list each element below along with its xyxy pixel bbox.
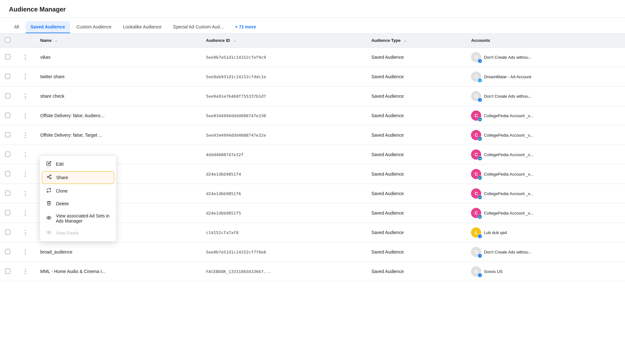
- row-audience-type: Saved Audience: [366, 87, 466, 106]
- avatar: Lf: [471, 227, 481, 238]
- row-checkbox-cell: [0, 203, 15, 223]
- tab-more[interactable]: + 71 more: [230, 21, 261, 33]
- row-audience-type: Saved Audience: [366, 125, 466, 145]
- row-menu-button[interactable]: ⋮: [20, 111, 30, 120]
- row-audience-type: Saved Audience: [366, 262, 466, 281]
- menu-item-label: Clone: [56, 188, 68, 193]
- row-audience-id: 5ee9344994ddd4088747e330: [201, 106, 366, 125]
- account-name: Don't Create Ads withou...: [484, 94, 532, 99]
- row-account: CinCollegePedia Account _v...: [466, 184, 625, 203]
- row-drag-handle[interactable]: ⋮: [15, 67, 35, 87]
- table-row: ⋮Offsite Delivery: false; Target ...5ee9…: [0, 125, 625, 145]
- row-checkbox[interactable]: [5, 93, 10, 98]
- row-drag-handle[interactable]: ⋮EditShareCloneDeleteView associated Ad …: [15, 145, 35, 164]
- platform-badge: f: [478, 254, 482, 258]
- col-header-check: [0, 34, 15, 48]
- audience-table: Name ⌄ Audience ID ⌄ Audience Type ⌄ Acc…: [0, 34, 625, 281]
- row-checkbox[interactable]: [5, 269, 10, 274]
- tab-custom[interactable]: Custom Audience: [71, 21, 117, 33]
- row-menu-button[interactable]: ⋮: [20, 53, 30, 61]
- select-all-checkbox[interactable]: [5, 37, 10, 42]
- row-menu-button[interactable]: ⋮: [20, 228, 30, 237]
- platform-badge: f: [478, 234, 482, 239]
- menu-item-edit[interactable]: Edit: [40, 158, 116, 171]
- row-checkbox[interactable]: [5, 74, 10, 79]
- row-name: vikas: [35, 48, 201, 67]
- row-drag-handle[interactable]: ⋮: [15, 262, 35, 281]
- row-checkbox[interactable]: [5, 171, 10, 176]
- table-container: Name ⌄ Audience ID ⌄ Audience Type ⌄ Acc…: [0, 34, 625, 281]
- row-checkbox[interactable]: [5, 113, 10, 118]
- page-title: Audience Manager: [9, 6, 616, 13]
- row-audience-id: d24e1dbb9851f4: [201, 164, 366, 184]
- row-drag-handle[interactable]: ⋮: [15, 87, 35, 106]
- svg-line-4: [49, 176, 50, 177]
- row-menu-button[interactable]: ⋮: [20, 72, 30, 81]
- menu-item-label: View Pixels: [56, 231, 79, 236]
- row-menu-button[interactable]: ⋮: [20, 209, 30, 217]
- row-checkbox[interactable]: [5, 152, 10, 157]
- row-drag-handle[interactable]: ⋮: [15, 223, 35, 242]
- row-name: broad_audience: [35, 242, 201, 262]
- row-account: SfSonos US: [466, 262, 625, 281]
- menu-item-clone[interactable]: Clone: [40, 185, 116, 197]
- row-audience-type: Saved Audience: [366, 106, 466, 125]
- row-audience-id: 5ee9ab931d1c14152cfddc1e: [201, 67, 366, 87]
- table-header: Name ⌄ Audience ID ⌄ Audience Type ⌄ Acc…: [0, 34, 625, 48]
- row-drag-handle[interactable]: ⋮: [15, 184, 35, 203]
- row-checkbox[interactable]: [5, 210, 10, 215]
- row-menu-button[interactable]: ⋮: [20, 189, 30, 198]
- tab-saved[interactable]: Saved Audience: [26, 21, 70, 33]
- row-drag-handle[interactable]: ⋮: [15, 106, 35, 125]
- row-menu-button[interactable]: ⋮: [20, 92, 30, 100]
- row-drag-handle[interactable]: ⋮: [15, 125, 35, 145]
- table-row: ⋮EditShareCloneDeleteView associated Ad …: [0, 145, 625, 164]
- page-header: Audience Manager: [0, 0, 625, 18]
- platform-badge: in: [478, 195, 482, 200]
- avatar: Df: [471, 52, 481, 62]
- name-sort-icon[interactable]: ⌄: [55, 39, 58, 43]
- row-account: CinCollegePedia Account _v...: [466, 164, 625, 184]
- row-checkbox[interactable]: [5, 249, 10, 254]
- account-name: Lub dub qa4: [484, 230, 507, 235]
- row-drag-handle[interactable]: ⋮: [15, 164, 35, 184]
- account-name: CollegePedia Account _v...: [484, 113, 533, 118]
- tab-lookalike[interactable]: Lookalike Audience: [118, 21, 167, 33]
- svg-point-1: [47, 176, 49, 178]
- row-account: DfDon't Create Ads withou...: [466, 87, 625, 106]
- account-name: Don't Create Ads withou...: [484, 250, 532, 254]
- row-checkbox[interactable]: [5, 191, 10, 196]
- row-account: LfLub dub qa4: [466, 223, 625, 242]
- row-account: DfDon't Create Ads withou...: [466, 242, 625, 262]
- svg-line-3: [49, 177, 50, 178]
- row-checkbox[interactable]: [5, 54, 10, 59]
- row-audience-type: Saved Audience: [366, 184, 466, 203]
- account-name: CollegePedia Account _v...: [484, 133, 533, 138]
- tab-special[interactable]: Special Ad Custom Aud...: [168, 21, 229, 33]
- menu-item-share[interactable]: Share: [42, 171, 114, 184]
- tab-all[interactable]: All: [9, 21, 24, 33]
- row-audience-id: 5ee9a91e76468f755337b1d7: [201, 87, 366, 106]
- row-menu-button[interactable]: ⋮: [20, 150, 30, 159]
- row-checkbox[interactable]: [5, 230, 10, 235]
- row-menu-button[interactable]: ⋮: [20, 131, 30, 139]
- type-sort-icon[interactable]: ⌄: [404, 39, 406, 43]
- row-menu-button[interactable]: ⋮: [20, 267, 30, 276]
- share-icon: [46, 174, 52, 181]
- menu-item-view-adsets[interactable]: View associated Ad Sets in Ads Manager: [40, 210, 116, 227]
- row-drag-handle[interactable]: ⋮: [15, 48, 35, 67]
- row-checkbox-cell: [0, 125, 15, 145]
- row-menu-button[interactable]: ⋮: [20, 248, 30, 256]
- row-drag-handle[interactable]: ⋮: [15, 203, 35, 223]
- row-checkbox[interactable]: [5, 132, 10, 137]
- row-checkbox-cell: [0, 67, 15, 87]
- row-name: MML - Home Audio & Cinema I...: [35, 262, 201, 281]
- row-menu-button[interactable]: ⋮: [20, 170, 30, 178]
- platform-badge: f: [478, 59, 482, 63]
- svg-point-6: [48, 232, 50, 233]
- col-header-drag: [15, 34, 35, 48]
- id-sort-icon[interactable]: ⌄: [233, 39, 236, 43]
- row-drag-handle[interactable]: ⋮: [15, 242, 35, 262]
- platform-badge: in: [478, 156, 482, 161]
- menu-item-delete[interactable]: Delete: [40, 197, 116, 210]
